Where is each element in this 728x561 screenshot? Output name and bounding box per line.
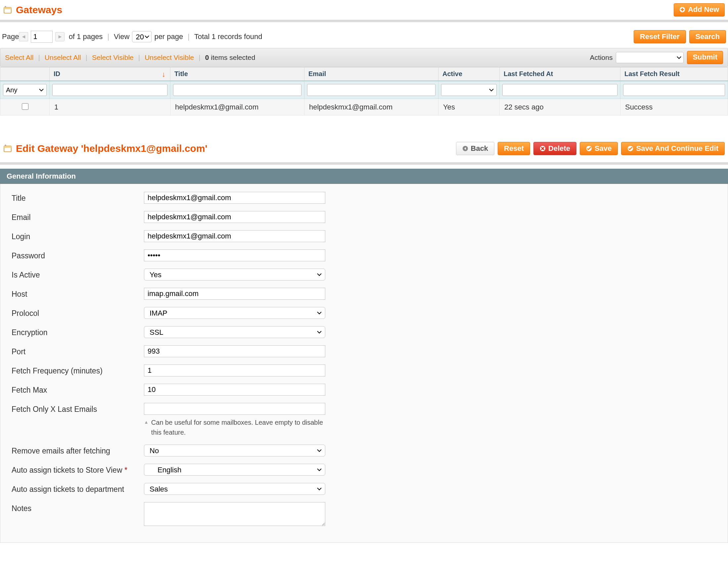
- filter-fetched-input[interactable]: [502, 84, 617, 96]
- cell-last-fetched: 22 secs ago: [500, 99, 620, 116]
- filter-active-select[interactable]: [441, 84, 497, 96]
- gateways-grid: ID↓ Title Email Active Last Fetched At L…: [0, 67, 728, 116]
- col-id[interactable]: ID↓: [50, 68, 170, 81]
- divider: [0, 163, 728, 165]
- col-last-result[interactable]: Last Fetch Result: [620, 68, 728, 81]
- save-continue-button[interactable]: Save And Continue Edit: [621, 142, 725, 155]
- back-icon: [462, 146, 468, 152]
- cell-email: helpdeskmx1@gmail.com: [304, 99, 438, 116]
- search-button[interactable]: Search: [689, 30, 726, 43]
- select-visible-link[interactable]: Select Visible: [92, 54, 134, 62]
- filter-email-input[interactable]: [307, 84, 435, 96]
- view-label: View: [114, 32, 129, 41]
- encryption-select[interactable]: SSL: [144, 326, 325, 338]
- label-fetch-freq: Fetch Frequency (minutes): [12, 364, 144, 375]
- label-protocol: Prolocol: [12, 307, 144, 318]
- svg-point-6: [5, 145, 6, 146]
- next-page-button[interactable]: ►: [55, 32, 65, 41]
- col-last-fetched[interactable]: Last Fetched At: [500, 68, 620, 81]
- label-store-view: Auto assign tickets to Store View *: [12, 464, 144, 475]
- page-icon: [3, 144, 12, 153]
- filter-any-select[interactable]: Any: [3, 84, 47, 96]
- page-icon: [3, 6, 12, 14]
- fetch-last-field[interactable]: [144, 403, 325, 415]
- col-title[interactable]: Title: [170, 68, 304, 81]
- login-field[interactable]: [144, 230, 325, 242]
- table-row[interactable]: 1 helpdeskmx1@gmail.com helpdeskmx1@gmai…: [0, 99, 728, 116]
- label-notes: Notes: [12, 502, 144, 513]
- label-remove-after: Remove emails after fetching: [12, 444, 144, 455]
- plus-circle-icon: [679, 7, 685, 13]
- label-department: Auto assign tickets to department: [12, 483, 144, 494]
- prev-page-button[interactable]: ◄: [19, 32, 28, 41]
- fetch-max-field[interactable]: [144, 384, 325, 396]
- label-title: Title: [12, 192, 144, 203]
- general-information-form: Title Email Login Password Is Active Yes…: [0, 184, 728, 543]
- cell-active: Yes: [438, 99, 500, 116]
- save-button[interactable]: Save: [580, 142, 618, 155]
- fetch-last-hint: ▲Can be useful for some mailboxes. Leave…: [144, 417, 325, 437]
- label-fetch-last: Fetch Only X Last Emails: [12, 403, 144, 414]
- massaction-bar: Select All| Unselect All| Select Visible…: [0, 48, 728, 67]
- section-header: General Information: [0, 169, 728, 184]
- department-select[interactable]: Sales: [144, 483, 325, 495]
- items-selected-label: 0 items selected: [205, 54, 255, 62]
- title-field[interactable]: [144, 192, 325, 204]
- per-page-select[interactable]: 20: [132, 31, 152, 42]
- notes-field[interactable]: [144, 502, 325, 526]
- delete-icon: [540, 146, 546, 152]
- actions-label: Actions: [590, 54, 613, 62]
- label-port: Port: [12, 345, 144, 356]
- page-label: Page: [2, 32, 19, 41]
- label-host: Host: [12, 288, 144, 299]
- label-fetch-max: Fetch Max: [12, 384, 144, 395]
- check-circle-icon: [627, 146, 633, 152]
- filter-title-input[interactable]: [173, 84, 301, 96]
- svg-rect-1: [4, 7, 11, 9]
- host-field[interactable]: [144, 288, 325, 300]
- email-field[interactable]: [144, 211, 325, 223]
- col-checkbox: [0, 68, 50, 81]
- check-circle-icon: [586, 146, 592, 152]
- remove-after-select[interactable]: No: [144, 444, 325, 456]
- cell-id: 1: [50, 99, 170, 116]
- select-all-link[interactable]: Select All: [5, 54, 33, 62]
- label-encryption: Encryption: [12, 326, 144, 337]
- store-view-select[interactable]: English: [144, 464, 325, 476]
- port-field[interactable]: [144, 345, 325, 357]
- of-pages-label: of 1 pages: [69, 32, 103, 41]
- filter-id-input[interactable]: [52, 84, 167, 96]
- label-is-active: Is Active: [12, 269, 144, 280]
- svg-point-2: [5, 6, 6, 7]
- fetch-frequency-field[interactable]: [144, 364, 325, 376]
- add-new-button[interactable]: Add New: [674, 3, 725, 17]
- label-login: Login: [12, 230, 144, 241]
- unselect-visible-link[interactable]: Unselect Visible: [145, 54, 194, 62]
- submit-button[interactable]: Submit: [687, 51, 723, 64]
- label-email: Email: [12, 211, 144, 222]
- total-records-label: Total 1 records found: [194, 32, 262, 41]
- reset-filter-button[interactable]: Reset Filter: [634, 30, 686, 43]
- back-button[interactable]: Back: [456, 142, 495, 155]
- col-email[interactable]: Email: [304, 68, 438, 81]
- page-input[interactable]: [31, 31, 53, 43]
- per-page-label: per page: [154, 32, 183, 41]
- actions-select[interactable]: [616, 52, 684, 63]
- sort-desc-icon: ↓: [162, 70, 165, 79]
- password-field[interactable]: [144, 250, 325, 261]
- divider: [0, 20, 728, 22]
- unselect-all-link[interactable]: Unselect All: [45, 54, 81, 62]
- col-active[interactable]: Active: [438, 68, 500, 81]
- filter-result-input[interactable]: [623, 84, 725, 96]
- is-active-select[interactable]: Yes: [144, 269, 325, 280]
- cell-title: helpdeskmx1@gmail.com: [170, 99, 304, 116]
- grid-toolbar: Page ◄ ► of 1 pages | View 20 per page |…: [0, 22, 728, 48]
- row-checkbox[interactable]: [22, 103, 28, 110]
- page-header-edit-gateway: Edit Gateway 'helpdeskmx1@gmail.com' Bac…: [0, 116, 728, 163]
- cell-last-result: Success: [620, 99, 728, 116]
- delete-button[interactable]: Delete: [533, 142, 576, 155]
- protocol-select[interactable]: IMAP: [144, 307, 325, 319]
- reset-button[interactable]: Reset: [498, 142, 530, 155]
- filter-row: Any: [0, 81, 728, 99]
- page-header-gateways: Gateways Add New: [0, 0, 728, 20]
